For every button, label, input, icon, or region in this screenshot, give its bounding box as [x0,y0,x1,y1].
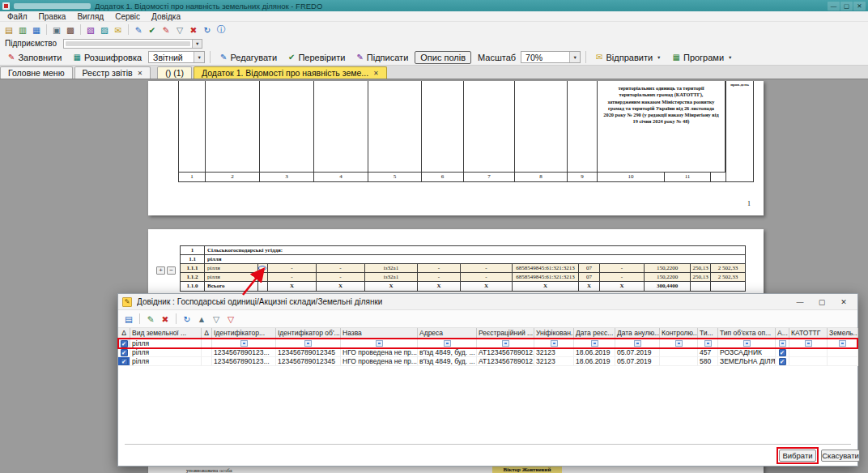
doc-cell[interactable]: - [461,264,513,273]
verify-icon[interactable]: ✔ [146,23,159,36]
grid-cell[interactable]: рілля [130,357,202,366]
filter-icon[interactable] [591,340,598,347]
grid-cell[interactable]: 123456789012345 [276,348,341,357]
grid-cell[interactable]: РОЗСАДНИК [718,348,776,357]
select-button[interactable]: Вибрати [779,450,816,462]
doc-cell[interactable]: - [600,273,645,282]
doc-cell[interactable]: 07 [579,273,600,282]
grid-cell[interactable]: рілля [130,348,202,357]
filter-cell[interactable] [574,339,615,348]
sort-icon[interactable]: ▲ [195,313,208,326]
doc-cell[interactable]: 2 502,33 [711,273,746,282]
minimize-button[interactable]: — [828,2,840,11]
maximize-button[interactable]: ▢ [840,2,853,11]
filter-icon[interactable] [839,340,846,347]
grid-column-header[interactable]: Дата реєс... [574,328,615,339]
grid-column-header[interactable]: Тип об'єкта оп... [718,328,776,339]
doc-cell[interactable]: X [418,282,461,292]
edit-record-icon[interactable]: ✎ [144,313,157,326]
print-icon[interactable]: ▣ [50,23,63,36]
menu-service[interactable]: Сервіс [109,12,146,21]
grid-cell[interactable] [789,348,828,357]
doc-cell[interactable]: 150,2200 [645,273,691,282]
filter-cell[interactable] [615,339,660,348]
grid-cell[interactable]: ЗЕМЕЛЬНА ДІЛЯ... [718,357,776,366]
refresh-icon[interactable]: ↻ [181,313,194,326]
attribute-checkbox[interactable]: ✔ [779,358,786,365]
copy-icon[interactable]: ▧ [84,23,97,36]
close-icon[interactable]: ✕ [138,70,143,77]
grid-column-header[interactable]: Δ [202,328,212,339]
doc-cell[interactable]: X [317,282,365,292]
scale-select[interactable]: 70% ▼ [521,51,581,63]
chevron-down-icon[interactable]: ▼ [728,55,732,60]
doc-cell[interactable]: X [513,282,579,292]
grid-cell[interactable]: НГО проведена не пр... [341,357,418,366]
filter-cell[interactable] [828,339,858,348]
grid-cell[interactable]: 123456789012345 [276,357,341,366]
filter-icon[interactable] [376,340,383,347]
grid-cell[interactable]: 32123 [534,348,574,357]
grid-column-header[interactable]: Ідентифікатор... [212,328,276,339]
filter-cell[interactable] [477,339,534,348]
grid-cell[interactable] [660,357,698,366]
grid-column-header[interactable]: Реєстраційний ... [477,328,534,339]
grid-column-header[interactable]: Ідентифікатор об'... [276,328,341,339]
doc-cell[interactable]: X [268,282,317,292]
grid-column-header[interactable]: Вид земельної ... [130,328,202,339]
filter-cell[interactable] [660,339,698,348]
filter-icon[interactable] [551,340,558,347]
grid-cell[interactable]: 32123 [534,357,574,366]
grid-cell[interactable]: 1234567890123... [212,348,276,357]
filter-icon[interactable] [743,340,751,347]
menu-edit[interactable]: Правка [33,12,72,21]
filter-icon[interactable]: ▽ [173,23,186,36]
doc-cell[interactable] [711,282,746,292]
send-button[interactable]: ✉ Відправити ▼ [591,51,666,64]
close-button[interactable]: ✕ [834,296,853,308]
delete-record-icon[interactable]: ✖ [159,313,172,326]
filter-cell[interactable] [718,339,776,348]
add-row-button[interactable]: + [156,266,165,275]
grid-cell[interactable] [828,348,858,357]
grid-column-header[interactable]: Дата анулю... [615,328,660,339]
grid-cell[interactable] [789,357,828,366]
filter-cell[interactable] [202,339,212,348]
grid-column-header[interactable]: Назва [341,328,418,339]
grid-cell[interactable] [202,348,212,357]
filter-cell[interactable] [418,339,477,348]
filter-icon[interactable] [444,340,451,347]
doc-cell[interactable]: 6858549845:61:321:3213 [513,264,579,273]
doc-cell[interactable]: із32а1 [365,273,418,282]
grid-column-header[interactable]: Контролю... [660,328,698,339]
row-checkbox[interactable]: ✔ [121,358,128,365]
filter-icon[interactable] [502,340,509,347]
doc-cell[interactable]: - [268,264,317,273]
grid-cell[interactable]: 1234567890123... [212,357,276,366]
grid-cell[interactable]: ✔ [118,357,130,366]
filter-cell[interactable] [276,339,341,348]
grid-cell[interactable]: ✔ [118,348,130,357]
chevron-down-icon[interactable]: ▼ [569,52,580,62]
grid-cell[interactable]: 457 [698,348,718,357]
table-row[interactable]: ✔рілля1234567890123...123456789012345НГО… [118,348,857,357]
grid-column-header[interactable]: Ти... [698,328,718,339]
save-icon[interactable]: ▦ [30,23,43,36]
tab-report-registry[interactable]: Реєстр звітів ✕ [74,66,151,79]
field-description-toggle[interactable]: Опис полів [415,51,471,64]
filter-icon[interactable] [779,340,786,347]
attribute-checkbox[interactable]: ✔ [779,349,786,356]
doc-cell[interactable] [691,282,711,292]
filter-icon[interactable] [805,340,812,347]
grid-cell[interactable]: АТ123456789012... [477,348,534,357]
filter-records-icon[interactable]: ▽ [210,313,223,326]
horizontal-scrollbar[interactable] [125,444,851,445]
grid-cell[interactable]: 18.06.2019 [574,357,615,366]
doc-cell[interactable]: - [418,264,461,273]
grid-cell[interactable] [828,357,858,366]
fill-button[interactable]: ✎ Заповнити [3,51,66,64]
clear-filter-icon[interactable]: ✖ [187,23,200,36]
doc-cell[interactable]: X [579,282,600,292]
filter-checkbox[interactable]: ✔ [121,340,128,347]
doc-cell[interactable]: 250,13 [691,273,711,282]
